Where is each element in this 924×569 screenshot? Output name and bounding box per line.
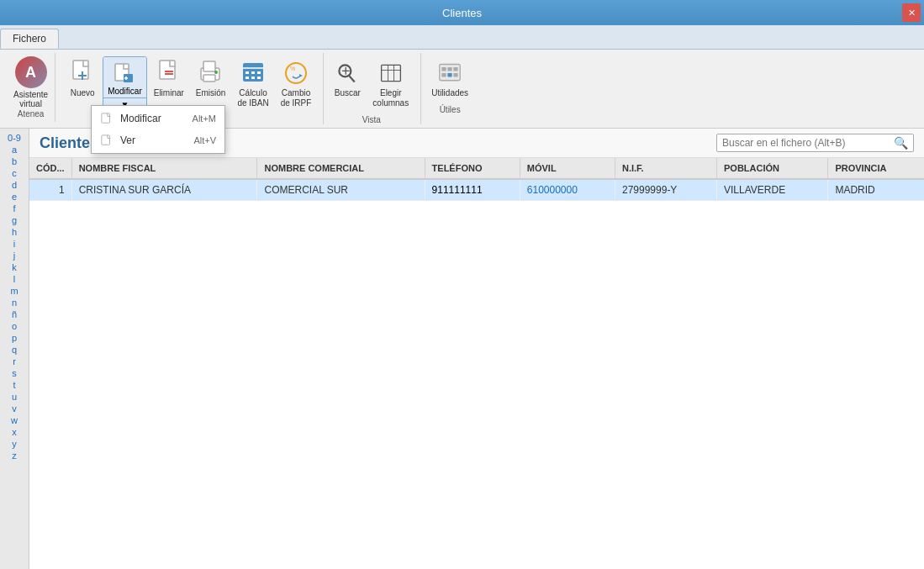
- svg-point-13: [214, 71, 218, 74]
- modificar-label: Modificar: [108, 87, 142, 97]
- cell-movil: 610000000: [520, 179, 615, 201]
- atenea-label: Atenea: [18, 109, 45, 119]
- sidebar-alpha-item[interactable]: l: [13, 273, 15, 285]
- search-icon[interactable]: 🔍: [894, 136, 908, 150]
- table-body: 1 CRISTINA SUR GARCÍA COMERCIAL SUR 9111…: [29, 179, 924, 201]
- asistente-label: Asistente virtual: [13, 90, 48, 108]
- utilidades-label: Utilidades: [431, 88, 468, 98]
- svg-rect-17: [251, 71, 255, 74]
- svg-rect-37: [448, 73, 452, 76]
- sidebar-alpha-item[interactable]: t: [13, 379, 15, 391]
- modificar-split-button[interactable]: Modificar ▼: [103, 56, 147, 112]
- elegir-columnas-button[interactable]: Elegir columnas: [367, 56, 414, 112]
- nuevo-icon: [69, 60, 96, 87]
- nuevo-button[interactable]: Nuevo: [64, 56, 101, 102]
- table-row[interactable]: 1 CRISTINA SUR GARCÍA COMERCIAL SUR 9111…: [29, 179, 924, 201]
- cambio-irpf-button[interactable]: % Cambio de IRPF: [276, 56, 317, 112]
- sidebar-alpha-item[interactable]: d: [12, 179, 17, 191]
- elegir-columnas-label: Elegir columnas: [372, 88, 409, 108]
- svg-rect-12: [203, 75, 215, 82]
- asistente-icon: A: [15, 56, 47, 88]
- cell-telefono: 911111111: [425, 179, 520, 201]
- buscar-label: Buscar: [335, 88, 361, 98]
- col-nif: N.I.F.: [615, 158, 716, 179]
- svg-rect-35: [454, 67, 458, 71]
- calculo-iban-label: Cálculo de IBAN: [237, 88, 268, 108]
- title-bar: Clientes ✕: [0, 0, 924, 25]
- cell-nombre-fiscal: CRISTINA SUR GARCÍA: [71, 179, 257, 201]
- sidebar-alpha-item[interactable]: f: [13, 203, 15, 214]
- modificar-top[interactable]: Modificar: [103, 57, 146, 98]
- sidebar-alpha-item[interactable]: m: [10, 285, 18, 297]
- sidebar-alpha-item[interactable]: a: [12, 144, 17, 155]
- vista-label: Vista: [362, 115, 381, 124]
- dropdown-ver-item[interactable]: Ver Alt+V: [92, 129, 224, 151]
- sidebar-alpha-item[interactable]: u: [12, 391, 17, 403]
- sidebar-alpha-item[interactable]: k: [12, 261, 17, 273]
- sidebar-alpha-item[interactable]: c: [12, 167, 17, 179]
- dropdown-modificar-label: Modificar: [120, 113, 161, 124]
- emision-icon: [198, 60, 224, 87]
- svg-rect-28: [381, 65, 400, 81]
- sidebar-alpha-item[interactable]: n: [12, 297, 17, 308]
- cell-nombre-comercial: COMERCIAL SUR: [257, 179, 425, 201]
- sidebar-alpha-item[interactable]: e: [12, 191, 17, 203]
- cambio-irpf-icon: %: [282, 60, 309, 87]
- eliminar-button[interactable]: Eliminar: [149, 56, 189, 102]
- sidebar-alpha-item[interactable]: p: [12, 332, 17, 344]
- sidebar-alpha-item[interactable]: x: [12, 426, 17, 438]
- svg-line-25: [349, 76, 355, 82]
- col-nombre-comercial: NOMBRE COMERCIAL: [257, 158, 425, 179]
- table-header: CÓD... NOMBRE FISCAL NOMBRE COMERCIAL TE…: [29, 158, 924, 179]
- svg-rect-34: [448, 67, 452, 71]
- elegir-columnas-icon: [378, 60, 404, 87]
- sidebar-alpha-item[interactable]: s: [12, 367, 17, 379]
- calculo-iban-button[interactable]: Cálculo de IBAN: [232, 56, 273, 112]
- sidebar-alpha-item[interactable]: j: [13, 250, 15, 261]
- sidebar-alpha-item[interactable]: g: [12, 214, 17, 226]
- sidebar-alpha-item[interactable]: q: [12, 344, 17, 356]
- sidebar-alpha-item[interactable]: v: [12, 403, 17, 414]
- modificar-icon: [111, 60, 138, 87]
- sidebar-alpha-item[interactable]: y: [12, 438, 17, 450]
- buscar-icon: [334, 60, 361, 87]
- utilidades-button[interactable]: Utilidades: [426, 56, 473, 102]
- svg-rect-33: [442, 67, 446, 71]
- svg-rect-21: [257, 76, 261, 79]
- sidebar-alpha-item[interactable]: r: [13, 356, 16, 367]
- sidebar-alpha-item[interactable]: o: [12, 320, 17, 332]
- sidebar-alpha-item[interactable]: i: [13, 238, 15, 250]
- sidebar-alpha-item[interactable]: h: [12, 226, 17, 238]
- svg-rect-18: [257, 71, 261, 74]
- col-nombre-fiscal: NOMBRE FISCAL: [71, 158, 257, 179]
- col-provincia: PROVINCIA: [828, 158, 924, 179]
- main-window: Clientes ✕ Fichero A Asistente virtual A…: [0, 0, 924, 569]
- dropdown-modificar-item[interactable]: Modificar Alt+M: [92, 108, 224, 129]
- tab-fichero[interactable]: Fichero: [0, 29, 59, 49]
- table-container: CÓD... NOMBRE FISCAL NOMBRE COMERCIAL TE…: [29, 158, 924, 569]
- sidebar-alpha-item[interactable]: z: [12, 450, 17, 461]
- svg-rect-19: [246, 76, 249, 79]
- sidebar-alpha-item[interactable]: w: [11, 414, 18, 426]
- sidebar-alpha-item[interactable]: b: [12, 155, 17, 167]
- dropdown-modificar-icon: [100, 112, 114, 125]
- asistente-virtual-button[interactable]: A Asistente virtual Atenea: [7, 53, 55, 122]
- col-telefono: TELÉFONO: [425, 158, 520, 179]
- sidebar-alpha-item[interactable]: ñ: [12, 308, 17, 320]
- eliminar-label: Eliminar: [154, 88, 184, 98]
- cell-provincia: MADRID: [828, 179, 924, 201]
- svg-rect-39: [102, 113, 110, 123]
- nuevo-label: Nuevo: [71, 88, 95, 98]
- utiles-label: Útiles: [440, 105, 461, 114]
- emision-button[interactable]: Emisión: [191, 56, 231, 102]
- svg-rect-7: [160, 61, 175, 79]
- svg-rect-20: [251, 76, 255, 79]
- col-poblacion: POBLACIÓN: [717, 158, 828, 179]
- buscar-button[interactable]: Buscar: [329, 56, 366, 102]
- sidebar-alpha-item[interactable]: 0-9: [8, 132, 21, 144]
- close-button[interactable]: ✕: [902, 3, 921, 22]
- window-title: Clientes: [442, 7, 482, 19]
- sidebar-alphabet: 0-9abcdefghijklmnñopqrstuvwxyz: [0, 129, 29, 569]
- data-table: CÓD... NOMBRE FISCAL NOMBRE COMERCIAL TE…: [29, 158, 924, 201]
- search-input[interactable]: [722, 137, 890, 149]
